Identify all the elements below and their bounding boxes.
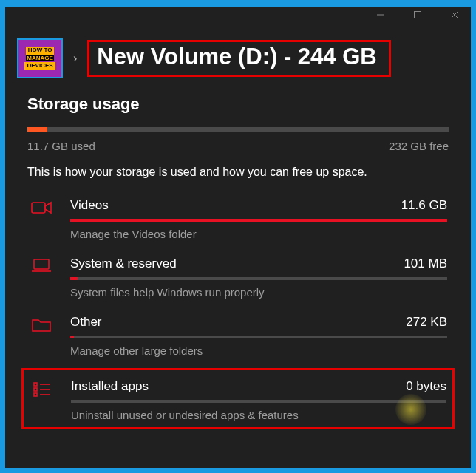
category-size: 11.6 GB [401, 198, 447, 213]
storage-heading: Storage usage [27, 95, 449, 114]
logo-line1: HOW TO [26, 47, 55, 55]
category-body: System & reserved101 MBSystem files help… [70, 256, 447, 299]
category-video[interactable]: Videos11.6 GBManage the Videos folder [27, 195, 449, 253]
category-name: Videos [70, 198, 109, 213]
category-name: Installed apps [71, 379, 149, 394]
logo-line3: DEVICES [24, 62, 55, 70]
svg-rect-5 [34, 259, 49, 269]
video-icon [29, 198, 54, 240]
breadcrumb-chevron-icon[interactable]: › [73, 52, 77, 65]
laptop-icon [29, 256, 54, 299]
category-body: Videos11.6 GBManage the Videos folder [70, 198, 447, 240]
close-button[interactable] [444, 10, 465, 21]
storage-used-label: 11.7 GB used [27, 140, 95, 152]
logo-line2: MANAGE [26, 55, 54, 62]
category-body: Installed apps0 bytesUninstall unused or… [71, 379, 446, 421]
category-size: 272 KB [406, 315, 447, 330]
category-bar-fill [70, 219, 447, 222]
category-subtext: Manage other large folders [70, 344, 447, 357]
category-bar [71, 400, 446, 403]
branding-logo: HOW TO MANAGE DEVICES [18, 40, 61, 77]
folder-icon [29, 315, 54, 357]
svg-rect-10 [34, 393, 37, 396]
svg-rect-4 [32, 203, 45, 213]
breadcrumb: › New Volume (D:) - 244 GB [5, 35, 471, 77]
category-subtext: Uninstall unused or undesired apps & fea… [71, 409, 446, 421]
svg-rect-1 [415, 12, 421, 18]
category-size: 101 MB [404, 256, 447, 271]
content-area: Storage usage 11.7 GB used 232 GB free T… [5, 77, 471, 429]
page-title: New Volume (D:) - 244 GB [97, 44, 376, 70]
settings-window: HOW TO MANAGE DEVICES › New Volume (D:) … [5, 7, 471, 468]
storage-description: This is how your storage is used and how… [27, 166, 449, 179]
maximize-button[interactable] [407, 10, 428, 21]
category-laptop[interactable]: System & reserved101 MBSystem files help… [27, 253, 449, 312]
category-apps[interactable]: Installed apps0 bytesUninstall unused or… [21, 368, 455, 429]
category-bar [70, 219, 447, 222]
storage-usage-labels: 11.7 GB used 232 GB free [27, 140, 449, 152]
svg-rect-8 [34, 388, 37, 391]
category-bar [70, 336, 447, 338]
page-title-highlight: New Volume (D:) - 244 GB [87, 40, 390, 77]
category-bar-fill [70, 277, 78, 280]
category-bar [70, 277, 447, 280]
storage-usage-bar [27, 127, 449, 132]
category-subtext: Manage the Videos folder [70, 228, 447, 240]
category-name: Other [70, 315, 102, 330]
category-bar-fill [70, 336, 74, 338]
storage-usage-bar-fill [27, 127, 47, 132]
window-titlebar [5, 7, 471, 35]
category-list: Videos11.6 GBManage the Videos folderSys… [27, 195, 449, 429]
category-size: 0 bytes [406, 379, 446, 394]
category-subtext: System files help Windows run properly [70, 286, 447, 299]
category-body: Other272 KBManage other large folders [70, 315, 447, 357]
apps-icon [30, 379, 55, 421]
category-folder[interactable]: Other272 KBManage other large folders [27, 312, 449, 370]
category-name: System & reserved [70, 256, 177, 271]
svg-rect-6 [34, 383, 37, 386]
storage-free-label: 232 GB free [389, 140, 449, 152]
minimize-button[interactable] [370, 10, 391, 21]
